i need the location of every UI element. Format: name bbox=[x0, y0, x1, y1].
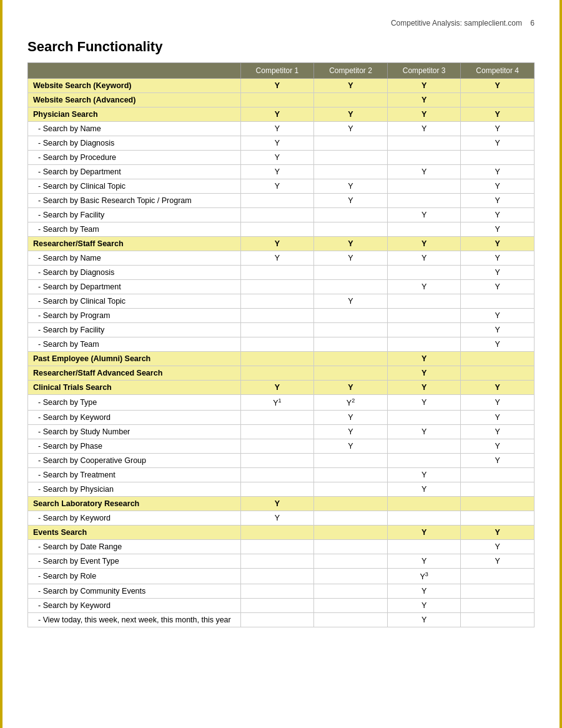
meta-title: Competitive Analysis: sampleclient.com bbox=[391, 19, 522, 27]
cell-c1 bbox=[240, 554, 314, 569]
cell-c1 bbox=[240, 439, 314, 454]
cell-c4 bbox=[461, 366, 535, 381]
cell-c4 bbox=[461, 352, 535, 366]
cell-c2 bbox=[314, 468, 388, 482]
table-row: Physician SearchYYYY bbox=[28, 107, 535, 122]
cell-c2: Y bbox=[314, 439, 388, 454]
cell-c3 bbox=[387, 454, 461, 468]
row-label: - Search by Team bbox=[28, 337, 241, 352]
cell-c4: Y bbox=[461, 208, 535, 222]
cell-c1 bbox=[240, 526, 314, 540]
cell-c2 bbox=[314, 222, 388, 237]
cell-c2 bbox=[314, 309, 388, 323]
cell-c2: Y bbox=[314, 425, 388, 439]
cell-c4: Y bbox=[461, 425, 535, 439]
table-row: - Search by Study NumberYYY bbox=[28, 425, 535, 439]
cell-c2: Y bbox=[314, 411, 388, 425]
cell-c4: Y bbox=[461, 251, 535, 266]
cell-c2: Y2 bbox=[314, 395, 388, 411]
cell-c4 bbox=[461, 468, 535, 482]
cell-c3 bbox=[387, 511, 461, 526]
cell-c1: Y bbox=[240, 381, 314, 395]
cell-c3 bbox=[387, 411, 461, 425]
cell-c2 bbox=[314, 497, 388, 511]
cell-c4 bbox=[461, 599, 535, 613]
cell-c2 bbox=[314, 482, 388, 497]
cell-c2 bbox=[314, 599, 388, 613]
cell-c1 bbox=[240, 540, 314, 554]
cell-c4 bbox=[461, 584, 535, 599]
cell-c1 bbox=[240, 482, 314, 497]
row-label: - Search by Department bbox=[28, 280, 241, 294]
cell-c3: Y bbox=[387, 613, 461, 627]
cell-c4: Y bbox=[461, 280, 535, 294]
cell-c1 bbox=[240, 208, 314, 222]
table-row: - Search by ProgramY bbox=[28, 309, 535, 323]
cell-c1: Y bbox=[240, 165, 314, 179]
cell-c3 bbox=[387, 136, 461, 151]
row-label: Events Search bbox=[28, 526, 241, 540]
table-row: - Search by NameYYYY bbox=[28, 122, 535, 136]
table-row: - View today, this week, next week, this… bbox=[28, 613, 535, 627]
row-label: Clinical Trials Search bbox=[28, 381, 241, 395]
cell-c4: Y bbox=[461, 381, 535, 395]
row-label: Researcher/Staff Advanced Search bbox=[28, 366, 241, 381]
cell-c3: Y bbox=[387, 482, 461, 497]
cell-c1: Y bbox=[240, 511, 314, 526]
table-row: Website Search (Advanced)Y bbox=[28, 93, 535, 107]
table-row: - Search by TreatmentY bbox=[28, 468, 535, 482]
table-row: - Search by TeamY bbox=[28, 222, 535, 237]
cell-c3: Y bbox=[387, 425, 461, 439]
cell-c2 bbox=[314, 584, 388, 599]
cell-c2 bbox=[314, 323, 388, 337]
cell-c3: Y bbox=[387, 526, 461, 540]
row-label: - Search by Name bbox=[28, 251, 241, 266]
cell-c3 bbox=[387, 222, 461, 237]
cell-c4: Y bbox=[461, 309, 535, 323]
table-row: Researcher/Staff SearchYYYY bbox=[28, 237, 535, 251]
table-row: - Search by RoleY3 bbox=[28, 569, 535, 584]
col-header-label bbox=[28, 63, 241, 79]
cell-c1 bbox=[240, 222, 314, 237]
cell-c1: Y bbox=[240, 251, 314, 266]
cell-c1 bbox=[240, 194, 314, 208]
cell-c3: Y bbox=[387, 79, 461, 93]
cell-c1: Y bbox=[240, 497, 314, 511]
cell-c1: Y bbox=[240, 79, 314, 93]
cell-c4: Y bbox=[461, 222, 535, 237]
cell-c2 bbox=[314, 366, 388, 381]
cell-c4: Y bbox=[461, 165, 535, 179]
cell-c1 bbox=[240, 93, 314, 107]
cell-c3 bbox=[387, 337, 461, 352]
cell-c4: Y bbox=[461, 237, 535, 251]
cell-c4: Y bbox=[461, 395, 535, 411]
cell-c3: Y bbox=[387, 93, 461, 107]
cell-c1 bbox=[240, 454, 314, 468]
cell-c2 bbox=[314, 540, 388, 554]
row-label: - Search by Role bbox=[28, 569, 241, 584]
table-row: Search Laboratory ResearchY bbox=[28, 497, 535, 511]
cell-c2: Y bbox=[314, 179, 388, 194]
cell-c3 bbox=[387, 266, 461, 280]
cell-c3 bbox=[387, 323, 461, 337]
cell-c2 bbox=[314, 93, 388, 107]
row-label: Researcher/Staff Search bbox=[28, 237, 241, 251]
cell-c4 bbox=[461, 151, 535, 165]
table-row: - Search by PhysicianY bbox=[28, 482, 535, 497]
row-label: - Search by Program bbox=[28, 309, 241, 323]
table-row: - Search by Basic Research Topic / Progr… bbox=[28, 194, 535, 208]
row-label: - Search by Treatment bbox=[28, 468, 241, 482]
page-title: Search Functionality bbox=[27, 39, 535, 55]
row-label: - Search by Date Range bbox=[28, 540, 241, 554]
table-row: - Search by FacilityY bbox=[28, 323, 535, 337]
row-label: Website Search (Keyword) bbox=[28, 79, 241, 93]
cell-c2: Y bbox=[314, 194, 388, 208]
table-row: Website Search (Keyword)YYYY bbox=[28, 79, 535, 93]
cell-c1 bbox=[240, 280, 314, 294]
table-header-row: Competitor 1 Competitor 2 Competitor 3 C… bbox=[28, 63, 535, 79]
cell-c1: Y bbox=[240, 179, 314, 194]
table-row: - Search by Community EventsY bbox=[28, 584, 535, 599]
cell-c2 bbox=[314, 569, 388, 584]
cell-c4: Y bbox=[461, 323, 535, 337]
table-row: - Search by KeywordYY bbox=[28, 411, 535, 425]
